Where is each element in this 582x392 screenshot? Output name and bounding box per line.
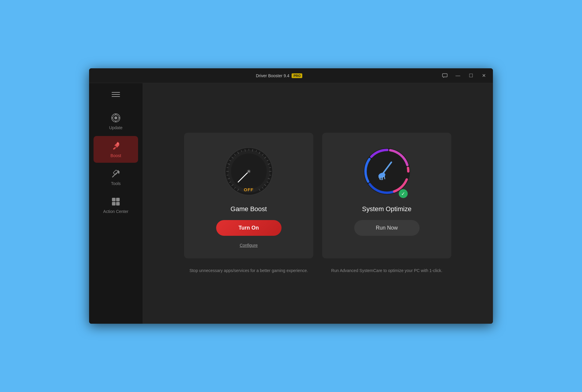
cards-row: OFF Game Boost Turn On Configure xyxy=(184,133,451,258)
descriptions-row: Stop unnecessary apps/services for a bet… xyxy=(184,267,451,274)
sidebar-item-boost[interactable]: Boost xyxy=(94,136,138,163)
update-label: Update xyxy=(109,125,122,130)
sidebar: Update Boost Tools xyxy=(89,83,143,324)
tools-label: Tools xyxy=(111,181,121,186)
gauge-status-label: OFF xyxy=(244,187,254,192)
action-center-label: Action Center xyxy=(103,209,129,214)
optimize-check-badge: ✓ xyxy=(399,189,408,198)
check-icon: ✓ xyxy=(401,191,405,197)
run-now-button[interactable]: Run Now xyxy=(354,220,420,236)
svg-line-9 xyxy=(113,173,117,177)
sidebar-item-tools[interactable]: Tools xyxy=(94,164,138,191)
maximize-button[interactable]: ☐ xyxy=(467,72,475,80)
configure-link[interactable]: Configure xyxy=(240,243,258,248)
game-boost-gauge: OFF xyxy=(222,145,276,198)
main-window: Driver Booster 9.4 PRO — ☐ ✕ xyxy=(89,68,493,324)
content-area: OFF Game Boost Turn On Configure xyxy=(143,83,493,324)
system-optimize-title: System Optimize xyxy=(362,205,411,213)
game-boost-title: Game Boost xyxy=(230,205,267,213)
turn-on-button[interactable]: Turn On xyxy=(216,220,281,236)
chat-button[interactable] xyxy=(441,72,449,80)
broom-center xyxy=(377,159,397,181)
boost-icon xyxy=(111,141,121,151)
app-title: Driver Booster 9.4 xyxy=(256,73,290,78)
hamburger-menu[interactable] xyxy=(108,89,123,100)
menu-line-2 xyxy=(112,94,120,95)
svg-point-4 xyxy=(115,114,116,115)
tools-icon xyxy=(111,169,121,179)
system-optimize-description: Run Advanced SystemCare to optimize your… xyxy=(322,267,451,274)
titlebar: Driver Booster 9.4 PRO — ☐ ✕ xyxy=(89,68,493,83)
optimize-ring: ✓ xyxy=(360,145,414,198)
svg-rect-11 xyxy=(112,198,116,201)
system-optimize-card: ✓ System Optimize Run Now xyxy=(322,133,451,258)
svg-point-51 xyxy=(248,170,250,172)
svg-point-5 xyxy=(115,121,116,122)
game-boost-description: Stop unnecessary apps/services for a bet… xyxy=(184,267,313,274)
svg-rect-0 xyxy=(442,74,447,77)
sidebar-item-update[interactable]: Update xyxy=(94,108,138,135)
titlebar-controls: — ☐ ✕ xyxy=(441,72,488,80)
menu-line-3 xyxy=(112,96,120,97)
sidebar-item-action-center[interactable]: Action Center xyxy=(94,192,138,219)
main-area: Update Boost Tools xyxy=(89,83,493,324)
minimize-button[interactable]: — xyxy=(454,72,462,80)
svg-rect-12 xyxy=(116,198,120,201)
update-icon xyxy=(111,113,121,123)
titlebar-center: Driver Booster 9.4 PRO xyxy=(256,73,303,78)
svg-line-63 xyxy=(384,176,385,179)
pro-badge: PRO xyxy=(292,73,302,78)
action-center-icon xyxy=(111,197,121,207)
svg-line-58 xyxy=(382,162,391,174)
svg-rect-14 xyxy=(116,202,120,206)
svg-point-3 xyxy=(114,116,117,119)
svg-point-8 xyxy=(117,143,118,144)
broom-icon xyxy=(377,159,397,180)
svg-point-7 xyxy=(119,117,120,118)
svg-point-6 xyxy=(112,117,113,118)
close-button[interactable]: ✕ xyxy=(480,72,488,80)
boost-label: Boost xyxy=(110,153,121,158)
menu-line-1 xyxy=(112,92,120,93)
svg-rect-13 xyxy=(112,202,116,206)
game-boost-card: OFF Game Boost Turn On Configure xyxy=(184,133,313,258)
